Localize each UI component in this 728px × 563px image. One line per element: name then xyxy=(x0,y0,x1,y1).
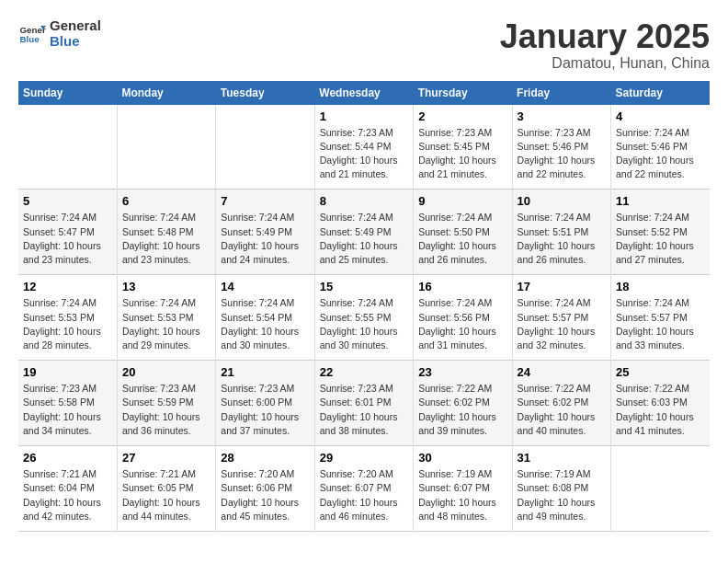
header: General Blue General Blue January 2025 D… xyxy=(18,18,710,72)
day-info: Sunrise: 7:19 AM Sunset: 6:07 PM Dayligh… xyxy=(418,467,506,523)
day-info: Sunrise: 7:24 AM Sunset: 5:49 PM Dayligh… xyxy=(221,211,309,267)
logo-icon: General Blue xyxy=(18,20,46,48)
day-number: 24 xyxy=(518,365,606,379)
day-info: Sunrise: 7:23 AM Sunset: 5:44 PM Dayligh… xyxy=(320,126,408,182)
day-number: 12 xyxy=(23,280,112,293)
calendar-cell: 26Sunrise: 7:21 AM Sunset: 6:04 PM Dayli… xyxy=(18,446,117,532)
column-header-friday: Friday xyxy=(512,81,610,105)
day-info: Sunrise: 7:23 AM Sunset: 5:58 PM Dayligh… xyxy=(23,382,112,438)
calendar-cell: 15Sunrise: 7:24 AM Sunset: 5:55 PM Dayli… xyxy=(314,275,413,361)
day-number: 10 xyxy=(518,194,606,208)
calendar-cell: 29Sunrise: 7:20 AM Sunset: 6:07 PM Dayli… xyxy=(314,446,413,532)
day-number: 1 xyxy=(320,109,408,123)
calendar-cell: 28Sunrise: 7:20 AM Sunset: 6:06 PM Dayli… xyxy=(216,446,314,532)
calendar-cell xyxy=(18,105,117,190)
day-info: Sunrise: 7:24 AM Sunset: 5:51 PM Dayligh… xyxy=(518,211,606,267)
day-info: Sunrise: 7:19 AM Sunset: 6:08 PM Dayligh… xyxy=(518,467,606,523)
column-header-sunday: Sunday xyxy=(18,81,117,105)
calendar-cell: 16Sunrise: 7:24 AM Sunset: 5:56 PM Dayli… xyxy=(414,275,512,361)
calendar-cell: 27Sunrise: 7:21 AM Sunset: 6:05 PM Dayli… xyxy=(117,446,215,532)
day-info: Sunrise: 7:24 AM Sunset: 5:57 PM Dayligh… xyxy=(616,296,705,352)
day-number: 3 xyxy=(518,109,606,123)
day-number: 19 xyxy=(23,365,112,379)
calendar-cell: 31Sunrise: 7:19 AM Sunset: 6:08 PM Dayli… xyxy=(512,446,610,532)
day-info: Sunrise: 7:24 AM Sunset: 5:53 PM Dayligh… xyxy=(23,296,112,352)
calendar-title: January 2025 xyxy=(500,18,710,55)
day-info: Sunrise: 7:23 AM Sunset: 5:59 PM Dayligh… xyxy=(122,382,210,438)
day-number: 28 xyxy=(221,451,309,465)
calendar-cell: 2Sunrise: 7:23 AM Sunset: 5:45 PM Daylig… xyxy=(414,105,512,190)
day-info: Sunrise: 7:22 AM Sunset: 6:03 PM Dayligh… xyxy=(616,382,705,438)
day-info: Sunrise: 7:23 AM Sunset: 6:01 PM Dayligh… xyxy=(320,382,408,438)
day-info: Sunrise: 7:21 AM Sunset: 6:04 PM Dayligh… xyxy=(23,467,112,523)
day-info: Sunrise: 7:23 AM Sunset: 6:00 PM Dayligh… xyxy=(221,382,309,438)
column-header-saturday: Saturday xyxy=(611,81,710,105)
day-number: 21 xyxy=(221,365,309,379)
day-info: Sunrise: 7:22 AM Sunset: 6:02 PM Dayligh… xyxy=(518,382,606,438)
calendar-cell: 6Sunrise: 7:24 AM Sunset: 5:48 PM Daylig… xyxy=(117,190,215,275)
day-info: Sunrise: 7:24 AM Sunset: 5:52 PM Dayligh… xyxy=(616,211,705,267)
day-info: Sunrise: 7:24 AM Sunset: 5:47 PM Dayligh… xyxy=(23,211,112,267)
calendar-cell: 25Sunrise: 7:22 AM Sunset: 6:03 PM Dayli… xyxy=(611,361,710,446)
day-number: 18 xyxy=(616,280,705,293)
week-row-2: 5Sunrise: 7:24 AM Sunset: 5:47 PM Daylig… xyxy=(18,190,710,275)
logo-blue: Blue xyxy=(50,34,101,50)
day-number: 8 xyxy=(320,194,408,208)
day-number: 5 xyxy=(23,194,112,208)
calendar-cell: 4Sunrise: 7:24 AM Sunset: 5:46 PM Daylig… xyxy=(611,105,710,190)
day-info: Sunrise: 7:24 AM Sunset: 5:53 PM Dayligh… xyxy=(122,296,210,352)
calendar-cell: 18Sunrise: 7:24 AM Sunset: 5:57 PM Dayli… xyxy=(611,275,710,361)
column-header-thursday: Thursday xyxy=(414,81,512,105)
calendar-cell xyxy=(117,105,215,190)
day-info: Sunrise: 7:24 AM Sunset: 5:56 PM Dayligh… xyxy=(418,296,506,352)
week-row-4: 19Sunrise: 7:23 AM Sunset: 5:58 PM Dayli… xyxy=(18,361,710,446)
logo: General Blue General Blue xyxy=(18,18,101,49)
calendar-cell: 22Sunrise: 7:23 AM Sunset: 6:01 PM Dayli… xyxy=(314,361,413,446)
calendar-cell: 11Sunrise: 7:24 AM Sunset: 5:52 PM Dayli… xyxy=(611,190,710,275)
day-info: Sunrise: 7:24 AM Sunset: 5:46 PM Dayligh… xyxy=(616,126,705,182)
day-number: 15 xyxy=(320,280,408,293)
day-info: Sunrise: 7:23 AM Sunset: 5:45 PM Dayligh… xyxy=(418,126,506,182)
day-number: 13 xyxy=(122,280,210,293)
day-number: 16 xyxy=(418,280,506,293)
column-header-wednesday: Wednesday xyxy=(314,81,413,105)
svg-text:Blue: Blue xyxy=(20,34,40,44)
day-number: 31 xyxy=(518,451,606,465)
calendar-cell xyxy=(611,446,710,532)
day-number: 30 xyxy=(418,451,506,465)
day-number: 22 xyxy=(320,365,408,379)
day-info: Sunrise: 7:22 AM Sunset: 6:02 PM Dayligh… xyxy=(418,382,506,438)
day-number: 29 xyxy=(320,451,408,465)
calendar-cell: 3Sunrise: 7:23 AM Sunset: 5:46 PM Daylig… xyxy=(512,105,610,190)
calendar-cell: 19Sunrise: 7:23 AM Sunset: 5:58 PM Dayli… xyxy=(18,361,117,446)
day-info: Sunrise: 7:21 AM Sunset: 6:05 PM Dayligh… xyxy=(122,467,210,523)
calendar-cell: 23Sunrise: 7:22 AM Sunset: 6:02 PM Dayli… xyxy=(414,361,512,446)
calendar-cell: 21Sunrise: 7:23 AM Sunset: 6:00 PM Dayli… xyxy=(216,361,314,446)
day-number: 26 xyxy=(23,451,112,465)
day-info: Sunrise: 7:24 AM Sunset: 5:50 PM Dayligh… xyxy=(418,211,506,267)
calendar-cell: 14Sunrise: 7:24 AM Sunset: 5:54 PM Dayli… xyxy=(216,275,314,361)
calendar-cell: 9Sunrise: 7:24 AM Sunset: 5:50 PM Daylig… xyxy=(414,190,512,275)
calendar-cell: 10Sunrise: 7:24 AM Sunset: 5:51 PM Dayli… xyxy=(512,190,610,275)
day-info: Sunrise: 7:24 AM Sunset: 5:48 PM Dayligh… xyxy=(122,211,210,267)
day-number: 2 xyxy=(418,109,506,123)
calendar-cell: 8Sunrise: 7:24 AM Sunset: 5:49 PM Daylig… xyxy=(314,190,413,275)
calendar-cell: 7Sunrise: 7:24 AM Sunset: 5:49 PM Daylig… xyxy=(216,190,314,275)
day-info: Sunrise: 7:23 AM Sunset: 5:46 PM Dayligh… xyxy=(518,126,606,182)
calendar-cell: 12Sunrise: 7:24 AM Sunset: 5:53 PM Dayli… xyxy=(18,275,117,361)
day-info: Sunrise: 7:24 AM Sunset: 5:55 PM Dayligh… xyxy=(320,296,408,352)
week-row-5: 26Sunrise: 7:21 AM Sunset: 6:04 PM Dayli… xyxy=(18,446,710,532)
week-row-1: 1Sunrise: 7:23 AM Sunset: 5:44 PM Daylig… xyxy=(18,105,710,190)
calendar-cell: 5Sunrise: 7:24 AM Sunset: 5:47 PM Daylig… xyxy=(18,190,117,275)
day-number: 20 xyxy=(122,365,210,379)
title-area: January 2025 Damatou, Hunan, China xyxy=(500,18,710,72)
day-number: 25 xyxy=(616,365,705,379)
day-info: Sunrise: 7:24 AM Sunset: 5:54 PM Dayligh… xyxy=(221,296,309,352)
calendar-cell: 20Sunrise: 7:23 AM Sunset: 5:59 PM Dayli… xyxy=(117,361,215,446)
day-number: 11 xyxy=(616,194,705,208)
calendar-cell: 13Sunrise: 7:24 AM Sunset: 5:53 PM Dayli… xyxy=(117,275,215,361)
day-info: Sunrise: 7:24 AM Sunset: 5:57 PM Dayligh… xyxy=(518,296,606,352)
day-info: Sunrise: 7:20 AM Sunset: 6:06 PM Dayligh… xyxy=(221,467,309,523)
column-header-monday: Monday xyxy=(117,81,215,105)
calendar-cell: 17Sunrise: 7:24 AM Sunset: 5:57 PM Dayli… xyxy=(512,275,610,361)
